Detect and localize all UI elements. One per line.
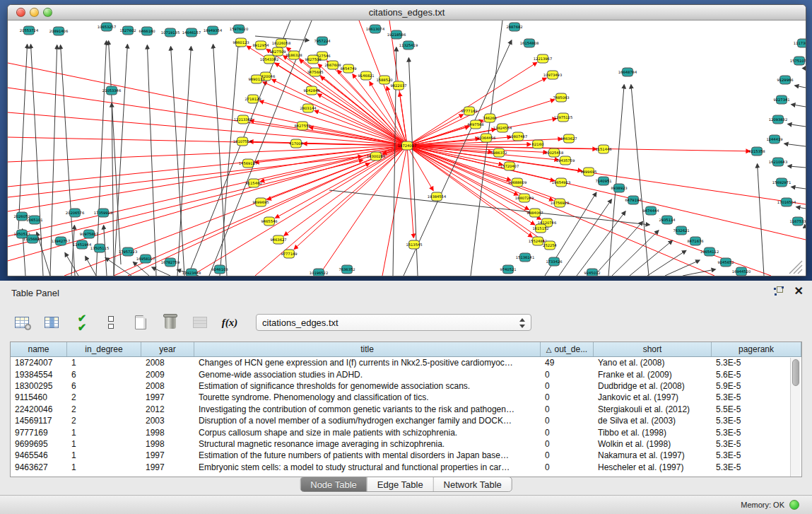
selected-node[interactable]: 10025458 [545, 148, 563, 157]
edge[interactable] [612, 230, 659, 276]
node[interactable]: 9129966 [777, 76, 793, 84]
selected-node[interactable]: 9242848 [303, 86, 319, 95]
minimize-window-button[interactable] [30, 8, 39, 17]
selected-node[interactable]: 9860123 [233, 38, 249, 47]
selected-node[interactable]: 20364456 [477, 134, 495, 142]
scrollbar-thumb[interactable] [792, 359, 799, 386]
selected-edge[interactable] [263, 82, 407, 146]
selected-node[interactable]: 9822037 [390, 81, 406, 90]
node[interactable]: 18613074 [366, 25, 385, 33]
selected-edge[interactable] [8, 137, 407, 146]
edge[interactable] [86, 257, 96, 276]
node[interactable]: 16154808 [520, 39, 539, 47]
edge[interactable] [792, 187, 806, 189]
selected-edge[interactable] [255, 146, 407, 276]
table-row[interactable]: 969969511998Structural magnetic resonanc… [11, 438, 801, 450]
selected-node[interactable]: 7485063 [553, 93, 569, 102]
column-header-pagerank[interactable]: pagerank [712, 342, 801, 356]
selected-node[interactable]: 10807487 [509, 132, 527, 141]
node[interactable]: 1733426 [546, 257, 562, 266]
edge[interactable] [152, 267, 170, 276]
node[interactable]: 11173042 [794, 39, 806, 47]
tab-network-table[interactable]: Network Table [434, 477, 512, 491]
node[interactable]: 90975887 [80, 230, 98, 238]
selected-node[interactable]: 2803144 [300, 104, 317, 112]
node[interactable]: 10653257 [98, 23, 116, 31]
column-header-year[interactable]: year [141, 342, 194, 356]
selected-node[interactable]: 9463627 [270, 235, 286, 244]
table-row[interactable]: 1872400712008Changes of HCN gene express… [11, 357, 801, 368]
node[interactable]: 21053346 [102, 86, 121, 95]
node[interactable]: 7140951 [595, 177, 611, 185]
select-all-rows-icon[interactable]: ✔✔ [71, 312, 92, 333]
node[interactable]: 8938923 [611, 184, 627, 192]
node[interactable]: 17957223 [119, 247, 137, 256]
tab-edge-table[interactable]: Edge Table [367, 477, 434, 491]
table-row[interactable]: 946554611997Estimation of the future num… [11, 450, 801, 461]
selected-edge[interactable] [407, 146, 714, 276]
node[interactable]: 20553724 [20, 26, 39, 35]
node[interactable]: 16944520 [732, 267, 751, 276]
network-window-titlebar[interactable]: citations_edges.txt [8, 5, 806, 21]
edge[interactable] [630, 240, 672, 276]
node[interactable]: 6479197 [625, 196, 641, 204]
selected-edge[interactable] [407, 146, 806, 240]
selected-edge[interactable] [407, 146, 553, 200]
selected-edge[interactable] [407, 146, 532, 237]
selected-node[interactable]: 8454749 [340, 64, 356, 73]
tab-node-table[interactable]: Node Table [300, 477, 367, 491]
selected-node[interactable]: 12975125 [554, 113, 572, 122]
edge[interactable] [788, 124, 806, 127]
node[interactable]: 9246103 [211, 265, 228, 274]
node[interactable]: 11325419 [399, 41, 418, 49]
edge[interactable] [784, 144, 806, 146]
selected-node[interactable]: 15720407 [500, 162, 519, 170]
selected-node[interactable]: 9463627 [560, 134, 577, 143]
selected-edge[interactable] [64, 146, 407, 276]
table-row[interactable]: 2242004622012Investigating the contribut… [11, 404, 801, 415]
table-row[interactable]: 946362711997Embryonic stem cells: a mode… [11, 462, 801, 473]
selected-edge[interactable] [318, 94, 407, 146]
table-row[interactable]: 1456911722003Disruption of a novel membe… [11, 415, 801, 426]
node[interactable]: 12923448 [182, 269, 201, 276]
selected-node[interactable]: 18107554 [233, 137, 252, 146]
node[interactable]: 16210643 [769, 158, 787, 166]
selected-node[interactable]: 18226058 [272, 39, 290, 47]
selected-node[interactable]: 9777169 [281, 250, 297, 258]
node[interactable]: 10196522 [310, 269, 328, 276]
edge[interactable] [213, 45, 227, 276]
new-document-icon[interactable] [130, 312, 151, 333]
node[interactable]: 9227341 [773, 95, 789, 104]
selected-node[interactable]: 19654923 [552, 178, 570, 187]
table-row[interactable]: 977716911998Corpus callosum shape and si… [11, 426, 801, 438]
node[interactable]: 9740521 [500, 265, 516, 274]
selected-node[interactable]: 252254 [543, 241, 558, 250]
selected-node[interactable]: 19435759 [556, 156, 575, 165]
edge[interactable] [796, 207, 806, 209]
node[interactable]: 8471676 [687, 237, 703, 245]
edge[interactable] [683, 269, 715, 276]
node[interactable]: 16648784 [618, 68, 637, 76]
selected-edge[interactable] [407, 146, 771, 276]
selected-node[interactable]: 6497568 [467, 120, 483, 129]
node[interactable]: 15751074 [790, 57, 806, 65]
node[interactable]: 12093832 [769, 115, 787, 124]
table-settings-icon[interactable] [11, 312, 33, 333]
selected-node[interactable]: 14569117 [239, 159, 257, 168]
edge[interactable] [647, 250, 686, 276]
node[interactable]: 7957224 [314, 37, 331, 45]
selected-node[interactable]: 10688609 [508, 178, 526, 187]
node[interactable]: 15976020 [230, 25, 248, 33]
edge[interactable] [105, 258, 131, 276]
selected-node[interactable]: 9115460 [245, 179, 261, 187]
edge[interactable] [792, 105, 806, 107]
edge[interactable] [109, 41, 121, 264]
table-row[interactable]: 1938455462009Genome-wide association stu… [11, 368, 801, 380]
citation-network-graph[interactable]: 2055372420891406106532571527602646616010… [8, 21, 806, 276]
node[interactable]: 1244419 [766, 135, 782, 144]
network-canvas[interactable]: 2055372420891406106532571527602646616010… [8, 21, 806, 276]
selected-node[interactable]: 9146821 [358, 71, 374, 80]
node[interactable]: 20891406 [49, 27, 68, 35]
edge[interactable] [758, 164, 764, 276]
node[interactable]: 9245652 [717, 258, 734, 267]
